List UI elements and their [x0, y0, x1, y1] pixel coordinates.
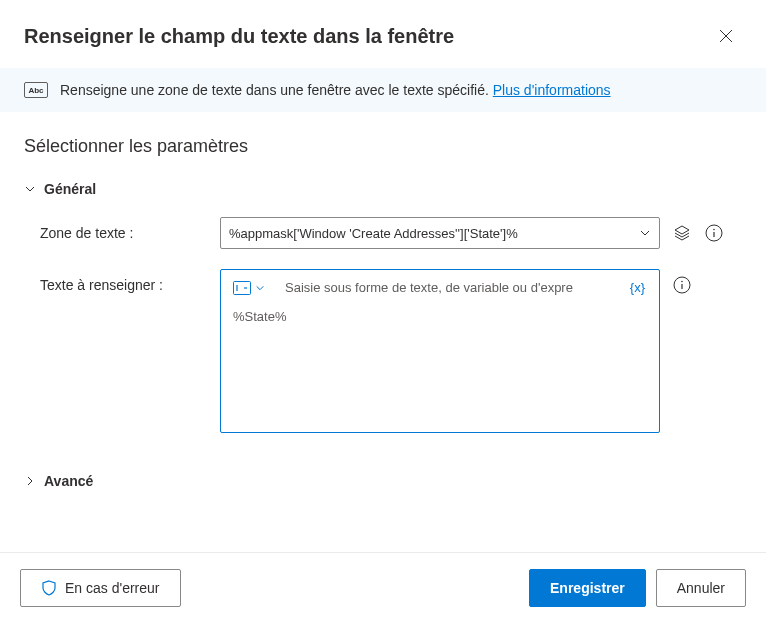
- editor-content[interactable]: %State%: [221, 305, 659, 336]
- close-button[interactable]: [710, 20, 742, 52]
- footer-actions: Enregistrer Annuler: [529, 569, 746, 607]
- on-error-label: En cas d'erreur: [65, 580, 160, 596]
- input-mode-selector[interactable]: [231, 279, 267, 297]
- info-icon: [673, 276, 691, 294]
- svg-point-1: [713, 229, 715, 231]
- chevron-down-icon: [255, 283, 265, 293]
- info-text: Renseigne une zone de texte dans une fen…: [60, 82, 611, 98]
- more-info-link[interactable]: Plus d'informations: [493, 82, 611, 98]
- info-button[interactable]: [704, 223, 724, 243]
- variable-picker-button[interactable]: {x}: [626, 278, 649, 297]
- text-box-label: Zone de texte :: [40, 217, 220, 241]
- info-button[interactable]: [672, 275, 692, 295]
- save-button[interactable]: Enregistrer: [529, 569, 646, 607]
- close-icon: [719, 29, 733, 43]
- chevron-down-icon: [24, 183, 36, 195]
- cancel-button[interactable]: Annuler: [656, 569, 746, 607]
- advanced-section-header[interactable]: Avancé: [24, 473, 742, 489]
- general-label: Général: [44, 181, 96, 197]
- dialog-header: Renseigner le champ du texte dans la fen…: [0, 0, 766, 68]
- chevron-right-icon: [24, 475, 36, 487]
- text-to-fill-row: Texte à renseigner : Saisie sous forme d…: [24, 269, 742, 433]
- info-icon: [705, 224, 723, 242]
- svg-point-4: [681, 281, 683, 283]
- general-section-header[interactable]: Général: [24, 181, 742, 197]
- banner-description: Renseigne une zone de texte dans une fen…: [60, 82, 489, 98]
- text-input-icon: [233, 281, 251, 295]
- editor-placeholder: Saisie sous forme de texte, de variable …: [285, 280, 620, 295]
- editor-toolbar: Saisie sous forme de texte, de variable …: [221, 270, 659, 305]
- on-error-button[interactable]: En cas d'erreur: [20, 569, 181, 607]
- chevron-down-icon: [639, 227, 651, 239]
- text-to-fill-editor[interactable]: Saisie sous forme de texte, de variable …: [220, 269, 660, 433]
- text-to-fill-label: Texte à renseigner :: [40, 269, 220, 293]
- layers-icon: [673, 224, 691, 242]
- dialog-body: Sélectionner les paramètres Général Zone…: [0, 112, 766, 489]
- shield-icon: [41, 580, 57, 596]
- textbox-icon: Abc: [24, 82, 48, 98]
- advanced-label: Avancé: [44, 473, 93, 489]
- text-box-row: Zone de texte : %appmask['Window 'Create…: [24, 217, 742, 249]
- info-banner: Abc Renseigne une zone de texte dans une…: [0, 68, 766, 112]
- svg-rect-2: [234, 281, 251, 294]
- text-box-dropdown[interactable]: %appmask['Window 'Create Addresses'']['S…: [220, 217, 660, 249]
- ui-element-picker-button[interactable]: [672, 223, 692, 243]
- dialog-footer: En cas d'erreur Enregistrer Annuler: [0, 552, 766, 623]
- section-title: Sélectionner les paramètres: [24, 136, 742, 157]
- text-box-value: %appmask['Window 'Create Addresses'']['S…: [229, 226, 518, 241]
- dialog-title: Renseigner le champ du texte dans la fen…: [24, 25, 454, 48]
